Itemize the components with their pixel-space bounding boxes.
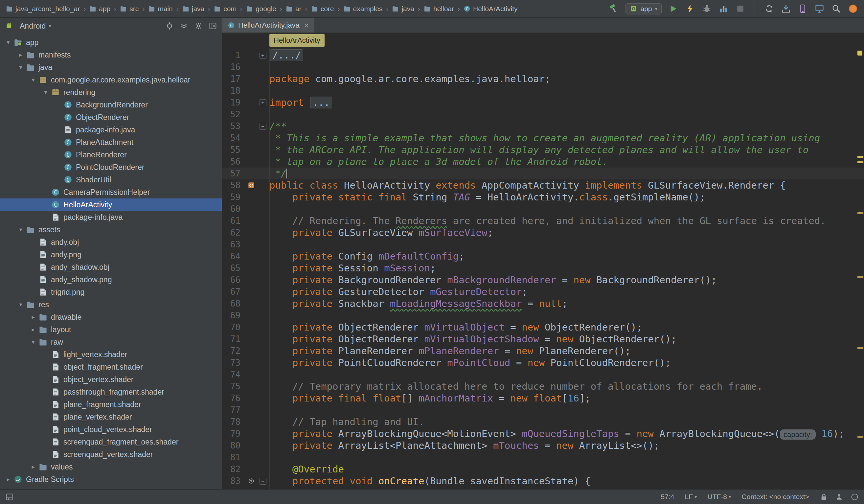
breadcrumb-item[interactable]: main [148,5,173,13]
overriding-method-gutter-icon[interactable] [248,477,255,484]
tree-item-shaderutil[interactable]: CShaderUtil [0,173,222,186]
code-line[interactable]: 77 [222,404,864,416]
tree-item-assets[interactable]: ▾assets [0,224,222,236]
search-everywhere-icon[interactable] [831,4,841,14]
code-line[interactable]: 64 private Config mDefaultConfig; [222,250,864,262]
settings-icon[interactable] [194,22,203,30]
tree-item-object-fragment-shader[interactable]: object_fragment.shader [0,361,222,373]
stripe-mark[interactable] [857,156,863,158]
tree-item-raw[interactable]: ▾raw [0,336,222,348]
code-line[interactable]: 61 // Rendering. The Renderers are creat… [222,215,864,227]
breadcrumb-item[interactable]: src [120,5,139,13]
tree-item-layout[interactable]: ▸layout [0,323,222,336]
code-line[interactable]: 82 @Override [222,463,864,475]
stripe-mark[interactable] [857,436,863,437]
stripe-mark[interactable] [857,161,863,163]
code-line[interactable]: 57 */ [222,168,864,179]
sync-project-icon[interactable] [764,4,774,14]
stripe-mark[interactable] [857,212,863,214]
attach-debugger-icon[interactable] [702,4,712,14]
code-line[interactable]: 63 [222,239,864,250]
chevron-expanded-icon[interactable]: ▾ [15,64,26,71]
stripe-mark[interactable] [857,276,863,278]
project-view-selector[interactable]: Android [20,22,46,31]
code-line[interactable]: 73 private PointCloudRenderer mPointClou… [222,357,864,369]
code-line[interactable]: 19+import ... [222,97,864,108]
tree-item-plane-vertex-shader[interactable]: plane_vertex.shader [0,411,222,423]
highlighting-level-icon[interactable] [835,493,843,501]
tree-item-screenquad-fragment-oes-shader[interactable]: screenquad_fragment_oes.shader [0,436,222,448]
code-line[interactable]: 52 [222,108,864,120]
code-line[interactable]: 78 // Tap handling and UI. [222,416,864,428]
breadcrumb-item[interactable]: java [392,5,414,13]
tree-item-andy-shadow-png[interactable]: andy_shadow.png [0,273,222,286]
chevron-collapsed-icon[interactable]: ▸ [27,313,39,321]
breadcrumb-element[interactable]: HelloArActivity [269,34,325,47]
breadcrumb-item[interactable]: CHelloArActivity [464,5,517,13]
tree-item-trigrid-png[interactable]: trigrid.png [0,286,222,298]
code-line[interactable]: 80 private ArrayList<PlaneAttachment> mT… [222,440,864,452]
code-line[interactable]: 72 private PlaneRenderer mPlaneRenderer … [222,345,864,357]
tree-item-point-cloud-vertex-shader[interactable]: point_cloud_vertex.shader [0,423,222,436]
collapse-all-icon[interactable] [180,22,188,30]
fold-minus-icon[interactable]: − [260,478,266,484]
context-widget[interactable]: Context: <no context> [742,493,809,501]
tree-item-andy-shadow-obj[interactable]: andy_shadow.obj [0,261,222,273]
hide-panel-icon[interactable] [208,22,217,30]
breadcrumb-item[interactable]: java [182,5,205,13]
code-line[interactable]: 54 * This is a simple example that shows… [222,132,864,144]
tree-item-screenquad-vertex-shader[interactable]: screenquad_vertex.shader [0,448,222,461]
code-line[interactable]: 65 private Session mSession; [222,262,864,274]
chevron-expanded-icon[interactable]: ▾ [15,301,26,308]
fold-minus-icon[interactable]: − [260,123,266,130]
chevron-expanded-icon[interactable]: ▾ [15,226,26,233]
code-line[interactable]: 71 private ObjectRenderer mVirtualObject… [222,333,864,345]
tree-item-andy-png[interactable]: andy.png [0,248,222,261]
tree-item-planerenderer[interactable]: CPlaneRenderer [0,148,222,161]
tree-item-backgroundrenderer[interactable]: CBackgroundRenderer [0,98,222,111]
code-line[interactable]: 58public class HelloArActivity extends A… [222,179,864,191]
tree-item-camerapermissionhelper[interactable]: CCameraPermissionHelper [0,186,222,199]
code-line[interactable]: 55 * the ARCore API. The application wil… [222,144,864,156]
editor-tab[interactable]: C HelloArActivity.java × [223,18,314,33]
run-config-selector[interactable]: app▾ [625,3,662,14]
tree-item-andy-obj[interactable]: andy.obj [0,236,222,248]
code-line[interactable]: 75 // Temporary matrix allocated here to… [222,381,864,392]
breadcrumb-item[interactable]: examples [344,5,383,13]
run-icon[interactable] [668,4,679,14]
avd-manager-icon[interactable] [797,4,808,14]
chevron-collapsed-icon[interactable]: ▸ [27,326,39,333]
tree-item-passthrough-fragment-shader[interactable]: passthrough_fragment.shader [0,386,222,398]
tree-item-gradle-scripts[interactable]: ▸Gradle Scripts [0,473,222,485]
breadcrumb-item[interactable]: java_arcore_hello_ar [6,5,80,13]
breadcrumb-item[interactable]: helloar [424,5,454,13]
tree-item-rendering[interactable]: ▾rendering [0,86,222,98]
code-line[interactable]: 17package com.google.ar.core.examples.ja… [222,73,864,85]
tree-item-package-info-java[interactable]: package-info.java [0,211,222,224]
build-hammer-icon[interactable] [609,4,619,14]
breadcrumb-item[interactable]: ar [286,5,302,13]
chevron-expanded-icon[interactable]: ▾ [27,76,39,83]
stop-icon[interactable] [735,4,745,14]
breadcrumb-item[interactable]: core [311,5,334,13]
tree-item-planeattachment[interactable]: CPlaneAttachment [0,136,222,148]
code-line[interactable]: 60 [222,203,864,215]
code-line[interactable]: 62 private GLSurfaceView mSurfaceView; [222,227,864,239]
tree-item-package-info-java[interactable]: package-info.java [0,123,222,136]
fold-plus-icon[interactable]: + [260,99,266,106]
code-line[interactable]: 67 private GestureDetector mGestureDetec… [222,286,864,298]
breadcrumb-item[interactable]: app [89,5,110,13]
fold-plus-icon[interactable]: + [260,52,266,59]
tree-item-app[interactable]: ▾app [0,36,222,49]
code-editor[interactable]: 1+/.../1617package com.google.ar.core.ex… [222,48,864,489]
tree-item-values[interactable]: ▸values [0,461,222,473]
line-separator-widget[interactable]: LF▾ [685,493,697,501]
tree-item-light-vertex-shader[interactable]: light_vertex.shader [0,348,222,361]
stripe-mark[interactable] [857,347,863,349]
tree-item-plane-fragment-shader[interactable]: plane_fragment.shader [0,398,222,411]
tree-item-object-vertex-shader[interactable]: object_vertex.shader [0,373,222,386]
encoding-widget[interactable]: UTF-8▾ [708,493,731,501]
code-line[interactable]: 69 [222,310,864,321]
toolwindow-switcher-icon[interactable] [5,493,13,501]
code-line[interactable]: 16 [222,61,864,73]
